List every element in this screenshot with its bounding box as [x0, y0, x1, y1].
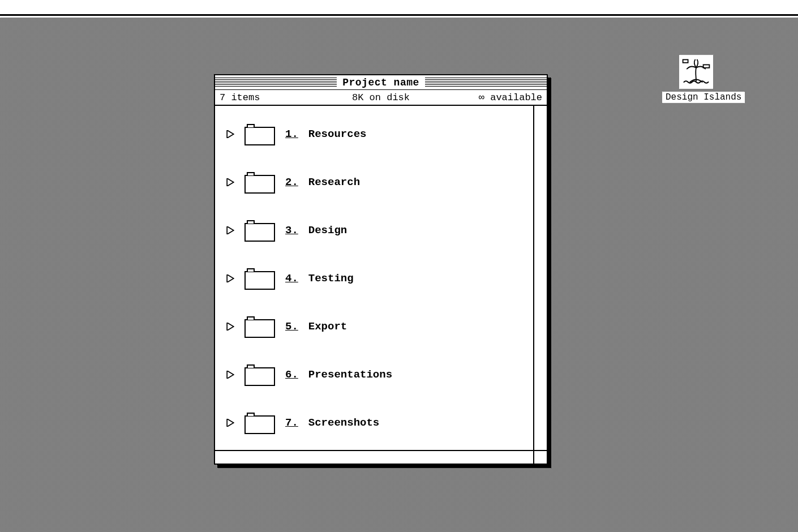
svg-rect-1: [703, 65, 710, 67]
titlebar[interactable]: Project name: [215, 75, 547, 90]
folder-number: 4.: [285, 272, 298, 285]
disclosure-triangle-icon[interactable]: [226, 226, 234, 234]
folder-name: Design: [308, 224, 347, 237]
folder-list: 1.Resources2.Research3.Design4.Testing5.…: [215, 106, 533, 450]
vertical-scrollbar[interactable]: [533, 106, 547, 450]
disclosure-triangle-icon[interactable]: [226, 323, 234, 331]
folder-number: 6.: [285, 368, 298, 381]
folder-number: 3.: [285, 224, 298, 237]
svg-rect-0: [683, 59, 688, 62]
disclosure-triangle-icon[interactable]: [226, 178, 234, 186]
info-bar: 7 items 8K on disk ∞ available: [215, 90, 547, 106]
folder-name: Export: [308, 320, 347, 333]
folder-icon[interactable]: [244, 171, 275, 194]
folder-row[interactable]: 4.Testing: [226, 261, 529, 295]
disclosure-triangle-icon[interactable]: [226, 274, 234, 282]
disclosure-triangle-icon[interactable]: [226, 371, 234, 379]
disk-label: Design Islands: [662, 92, 745, 103]
folder-name: Research: [308, 176, 360, 188]
desktop[interactable]: Design Islands Project name 7 items 8K o…: [0, 18, 798, 532]
folder-name: Presentations: [308, 368, 392, 381]
folder-name: Screenshots: [308, 417, 379, 429]
info-disk-usage: 8K on disk: [327, 92, 435, 103]
folder-row[interactable]: 5.Export: [226, 310, 529, 344]
folder-number: 5.: [285, 320, 298, 333]
folder-row[interactable]: 2.Research: [226, 165, 529, 199]
folder-name: Testing: [308, 272, 354, 285]
folder-icon[interactable]: [244, 315, 275, 338]
folder-row[interactable]: 7.Screenshots: [226, 406, 529, 440]
folder-row[interactable]: 6.Presentations: [226, 358, 529, 392]
folder-icon[interactable]: [244, 267, 275, 290]
island-icon: [679, 55, 713, 89]
window-title: Project name: [337, 77, 425, 88]
info-item-count: 7 items: [220, 92, 327, 103]
folder-number: 1.: [285, 128, 298, 140]
resize-grip[interactable]: [533, 451, 547, 464]
horizontal-scrollbar[interactable]: [215, 451, 533, 464]
folder-icon[interactable]: [244, 363, 275, 386]
folder-icon[interactable]: [244, 411, 275, 434]
info-available: ∞ available: [435, 92, 542, 103]
menubar[interactable]: [0, 0, 798, 16]
folder-name: Resources: [308, 128, 367, 140]
folder-icon[interactable]: [244, 123, 275, 145]
folder-row[interactable]: 1.Resources: [226, 117, 529, 151]
folder-number: 2.: [285, 176, 298, 188]
folder-row[interactable]: 3.Design: [226, 213, 529, 247]
disclosure-triangle-icon[interactable]: [226, 130, 234, 138]
folder-number: 7.: [285, 417, 298, 429]
finder-window: Project name 7 items 8K on disk ∞ availa…: [214, 74, 548, 465]
disk-design-islands[interactable]: Design Islands: [662, 55, 730, 103]
disclosure-triangle-icon[interactable]: [226, 419, 234, 427]
folder-icon[interactable]: [244, 219, 275, 242]
